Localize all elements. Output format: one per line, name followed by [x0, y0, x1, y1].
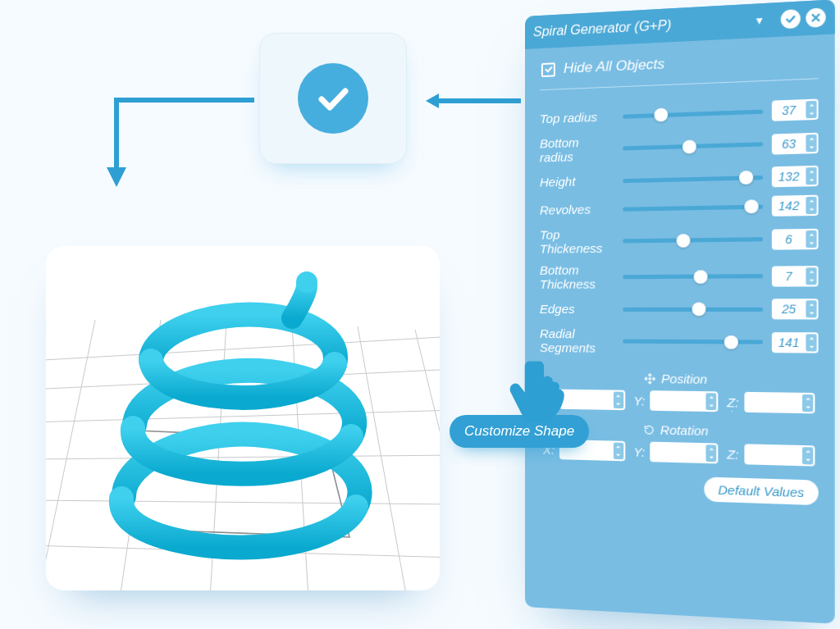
axis-value[interactable]	[744, 444, 815, 466]
param-label: Bottom radius	[540, 134, 614, 164]
param-label: Top Thickeness	[540, 227, 614, 255]
axis-label: Y:	[633, 444, 645, 459]
param-slider[interactable]	[623, 237, 763, 243]
param-slider[interactable]	[623, 307, 763, 311]
axis-label: Y:	[633, 393, 645, 408]
param-label: Height	[540, 174, 614, 189]
hide-all-label: Hide All Objects	[564, 56, 664, 77]
stepper-icon[interactable]	[806, 101, 816, 119]
svg-line-6	[46, 320, 95, 590]
param-value[interactable]: 6	[772, 228, 819, 249]
tooltip-label: Customize Shape	[464, 423, 574, 439]
stepper-icon[interactable]	[806, 134, 816, 151]
axis-value[interactable]	[744, 392, 815, 414]
param-label: Bottom Thickness	[540, 263, 614, 291]
param-slider[interactable]	[623, 340, 763, 344]
param-value[interactable]: 37	[772, 99, 819, 121]
axis-value[interactable]	[651, 390, 719, 412]
stepper-icon[interactable]	[706, 393, 717, 410]
stepper-icon[interactable]	[806, 197, 816, 214]
param-row: Edges25	[540, 294, 819, 324]
preview-viewport[interactable]	[46, 246, 440, 590]
param-value[interactable]: 132	[772, 166, 819, 188]
default-values-button[interactable]: Default Values	[704, 476, 818, 505]
param-row: Top Thickeness6	[540, 220, 819, 260]
svg-line-4	[46, 500, 440, 504]
stepper-icon[interactable]	[802, 394, 813, 412]
param-label: Top radius	[540, 110, 614, 126]
param-row: Revolves142	[540, 190, 819, 224]
stepper-icon[interactable]	[806, 267, 816, 285]
svg-point-12	[296, 271, 317, 293]
stepper-icon[interactable]	[806, 334, 816, 351]
close-icon[interactable]	[806, 7, 825, 27]
collapse-icon[interactable]: ▼	[754, 15, 765, 27]
param-slider[interactable]	[623, 109, 763, 118]
axis-label: Z:	[727, 446, 738, 461]
panel-title: Spiral Generator (G+P)	[533, 13, 749, 39]
param-slider[interactable]	[623, 274, 763, 279]
param-label: Revolves	[540, 203, 614, 217]
stepper-icon[interactable]	[806, 167, 816, 185]
rotate-icon	[643, 423, 655, 435]
param-value[interactable]: 25	[772, 299, 819, 319]
axis-value[interactable]	[651, 442, 719, 464]
arrow-down-icon	[92, 92, 256, 190]
arrow-left-icon	[424, 92, 523, 110]
param-value[interactable]: 142	[772, 195, 819, 217]
position-section: Position	[540, 370, 819, 388]
axis-field: Z:	[727, 392, 815, 414]
param-label: Edges	[540, 303, 614, 317]
confirm-card	[259, 33, 407, 164]
stepper-icon[interactable]	[614, 443, 623, 460]
svg-line-10	[358, 326, 407, 590]
axis-field: Y:	[633, 441, 718, 463]
checkbox-icon[interactable]	[541, 62, 555, 77]
param-row: Bottom Thickness7	[540, 258, 819, 295]
param-slider[interactable]	[623, 142, 763, 150]
axis-label: Z:	[727, 394, 738, 409]
stepper-icon[interactable]	[806, 300, 816, 317]
stepper-icon[interactable]	[614, 392, 623, 409]
svg-line-0	[46, 336, 440, 361]
stepper-icon[interactable]	[706, 444, 717, 462]
svg-line-11	[415, 330, 440, 590]
inspector-panel: Spiral Generator (G+P) ▼ Hide All Object…	[525, 0, 835, 624]
stepper-icon[interactable]	[806, 230, 816, 247]
svg-line-3	[46, 455, 440, 459]
checkmark-icon	[298, 63, 368, 134]
grid-and-spiral	[46, 246, 440, 590]
pointer-cursor-icon	[500, 351, 574, 425]
axis-field: Y:	[633, 390, 718, 412]
param-value[interactable]: 141	[772, 332, 819, 353]
confirm-icon[interactable]	[781, 9, 801, 29]
param-value[interactable]: 7	[772, 266, 819, 287]
param-slider[interactable]	[623, 204, 763, 211]
param-value[interactable]: 63	[772, 132, 819, 154]
hide-all-toggle[interactable]: Hide All Objects	[540, 43, 819, 90]
axis-field: Z:	[727, 444, 815, 467]
move-icon	[644, 372, 656, 385]
stepper-icon[interactable]	[802, 447, 813, 464]
param-row: Radial Segments141	[540, 323, 819, 361]
svg-line-2	[46, 410, 440, 422]
param-slider[interactable]	[623, 175, 763, 182]
